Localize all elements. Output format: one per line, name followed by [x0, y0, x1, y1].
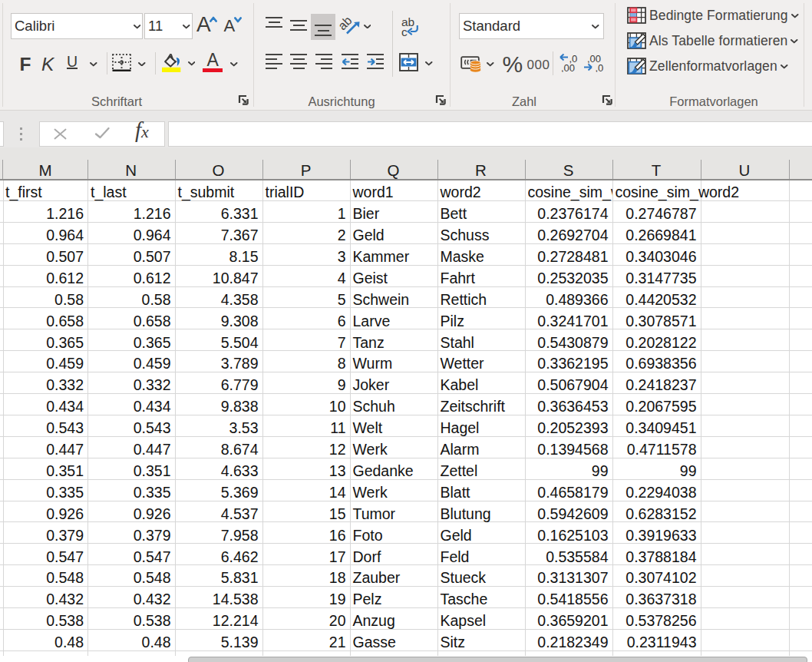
svg-text:,00: ,00	[561, 62, 575, 72]
svg-text:,0: ,0	[596, 62, 604, 73]
